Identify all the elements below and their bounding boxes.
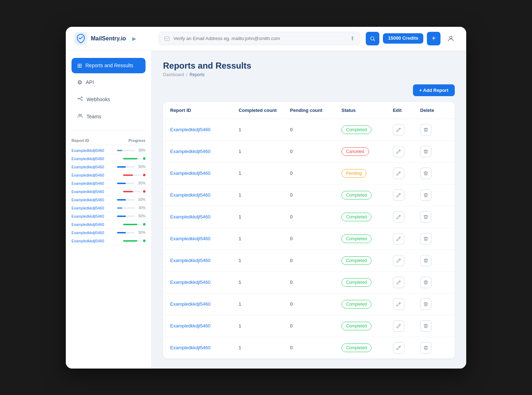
row-id[interactable]: Exampledkkdjl5460 (170, 214, 239, 219)
edit-button[interactable] (393, 233, 404, 245)
page-title: Reports and Ressults (163, 61, 455, 71)
edit-button[interactable] (393, 277, 404, 288)
row-id[interactable]: Exampledkkdjl5460 (170, 280, 239, 285)
row-id[interactable]: Exampledkkdjl5460 (170, 171, 239, 176)
edit-icon (396, 345, 401, 350)
mini-row-id: Exampledkkdjl5460 (72, 222, 109, 227)
mini-table-row[interactable]: Exampledkkdjl5460 (70, 155, 147, 163)
row-id[interactable]: Exampledkkdjl5460 (170, 345, 239, 350)
edit-button[interactable] (393, 189, 404, 201)
sidebar-item-webhooks[interactable]: Webhooks (72, 92, 146, 107)
mini-table-row[interactable]: Exampledkkdjl546050% (70, 179, 147, 188)
row-id[interactable]: Exampledkkdjl5460 (170, 301, 239, 307)
mini-table-row[interactable]: Exampledkkdjl546050% (70, 229, 147, 237)
delete-button[interactable] (420, 320, 432, 332)
table-row: Exampledkkdjl5460 1 0 Completed (163, 250, 455, 272)
row-delete-cell (420, 233, 448, 245)
delete-button[interactable] (420, 211, 432, 223)
mini-bar-track (117, 166, 135, 168)
edit-button[interactable] (393, 342, 404, 354)
row-id[interactable]: Exampledkkdjl5460 (170, 127, 239, 132)
mini-table-row[interactable]: Exampledkkdjl546030% (70, 204, 147, 212)
delete-button[interactable] (420, 189, 432, 201)
trash-icon (423, 236, 428, 241)
webhooks-icon (77, 96, 83, 103)
row-id[interactable]: Exampledkkdjl5460 (170, 258, 239, 263)
edit-button[interactable] (393, 298, 404, 310)
sidebar-item-teams[interactable]: Teams (72, 109, 146, 124)
delete-button[interactable] (420, 277, 432, 288)
mini-table-row[interactable]: Exampledkkdjl5460 (70, 171, 147, 179)
search-input[interactable] (173, 36, 346, 41)
add-report-button[interactable]: + Add Report (413, 84, 455, 96)
delete-button[interactable] (420, 342, 432, 354)
row-id[interactable]: Exampledkkdjl5460 (170, 149, 239, 154)
search-button[interactable] (366, 32, 379, 45)
edit-icon (396, 214, 401, 219)
sidebar-item-reports[interactable]: ⊞ Reports and Ressults (72, 58, 146, 73)
row-id[interactable]: Exampledkkdjl5460 (170, 323, 239, 329)
user-icon (447, 35, 454, 42)
status-badge: Completed (341, 256, 371, 265)
mini-table-row[interactable]: Exampledkkdjl5460 (70, 237, 147, 245)
status-badge: Completed (341, 125, 371, 134)
api-icon: ⚙ (77, 79, 82, 86)
mini-table-header: Report ID Progress (70, 136, 147, 145)
row-id[interactable]: Exampledkkdjl5460 (170, 236, 239, 241)
delete-button[interactable] (420, 168, 432, 179)
trash-icon (423, 171, 428, 176)
edit-button[interactable] (393, 211, 404, 223)
delete-button[interactable] (420, 146, 432, 157)
status-badge: Completed (341, 213, 371, 221)
mini-table-row[interactable]: Exampledkkdjl546050% (70, 196, 147, 204)
sidebar-item-label-api: API (86, 79, 94, 85)
row-delete-cell (420, 211, 448, 223)
mini-table-row[interactable]: Exampledkkdjl546050% (70, 163, 147, 171)
body-layout: ⊞ Reports and Ressults ⚙ API (66, 51, 466, 369)
delete-button[interactable] (420, 255, 432, 266)
breadcrumb-current: Reports (189, 72, 205, 77)
sidebar-divider (72, 130, 146, 130)
mini-progress-area: 30% (109, 206, 146, 210)
edit-button[interactable] (393, 255, 404, 266)
delete-button[interactable] (420, 124, 432, 135)
trash-icon (423, 345, 428, 350)
sidebar-toggle-icon[interactable]: ▶ (132, 36, 136, 41)
user-button[interactable] (444, 32, 458, 45)
logo-area: MailSentry.io ▶ (74, 32, 153, 45)
row-completed: 1 (239, 236, 290, 241)
row-delete-cell (420, 168, 448, 179)
edit-button[interactable] (393, 124, 404, 135)
upload-icon[interactable]: ⬆ (350, 35, 355, 42)
credits-button[interactable]: 15000 Credits (383, 33, 423, 44)
mini-table-row[interactable]: Exampledkkdjl5460 (70, 221, 147, 229)
row-delete-cell (420, 342, 448, 354)
sidebar-item-api[interactable]: ⚙ API (72, 75, 146, 90)
trash-icon (423, 193, 428, 198)
row-status: Completed (341, 344, 393, 352)
edit-button[interactable] (393, 146, 404, 157)
edit-button[interactable] (393, 168, 404, 179)
edit-button[interactable] (393, 320, 404, 332)
mini-table-row[interactable]: Exampledkkdjl5460 (70, 188, 147, 196)
mini-bar-track (123, 191, 141, 192)
trash-icon (423, 324, 428, 329)
mini-bar-track (117, 150, 135, 151)
sidebar-item-label-reports: Reports and Ressults (85, 63, 133, 68)
mini-progress-area: 50% (109, 198, 146, 202)
mini-table-row[interactable]: Exampledkkdjl546030% (70, 147, 147, 155)
svg-rect-1 (164, 36, 169, 40)
delete-button[interactable] (420, 233, 432, 245)
breadcrumb-home[interactable]: Dashboard (163, 72, 184, 77)
row-id[interactable]: Exampledkkdjl5460 (170, 192, 239, 198)
mini-row-id: Exampledkkdjl5460 (72, 198, 109, 202)
mini-rows-container: Exampledkkdjl546030%Exampledkkdjl5460Exa… (70, 147, 147, 245)
row-pending: 0 (290, 214, 341, 219)
mini-row-id: Exampledkkdjl5460 (72, 206, 109, 210)
add-button[interactable]: + (427, 32, 440, 45)
breadcrumb-sep: / (186, 72, 187, 77)
mini-table-row[interactable]: Exampledkkdjl546050% (70, 212, 147, 221)
trash-icon (423, 280, 428, 285)
mini-col-id: Report ID (72, 138, 89, 143)
delete-button[interactable] (420, 298, 432, 310)
